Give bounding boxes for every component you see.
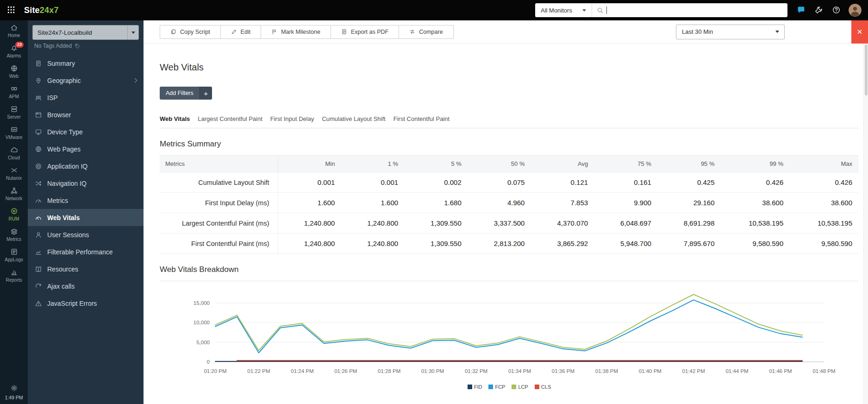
web-pages-icon	[35, 145, 42, 153]
sidebar-item-application-iq[interactable]: Application IQ	[28, 158, 144, 175]
sidebar-item-user-sessions[interactable]: User Sessions	[28, 226, 144, 243]
time-range-select[interactable]: Last 30 Min	[676, 25, 785, 39]
sidebar-item-label: Web Pages	[47, 145, 81, 153]
user-avatar[interactable]	[849, 4, 862, 17]
metric-value: 9,580.590	[721, 234, 790, 254]
apps-grid-button[interactable]	[6, 5, 17, 15]
help-button[interactable]	[832, 6, 841, 15]
sidebar-item-label: Geographic	[47, 77, 81, 84]
rail-item-network[interactable]: Network	[0, 183, 28, 204]
main-area: Copy ScriptEditMark MilestoneExport as P…	[144, 20, 868, 390]
rail-item-applogs[interactable]: AppLogs	[0, 245, 28, 265]
svg-text:10,000: 10,000	[194, 320, 210, 325]
svg-text:01:36 PM: 01:36 PM	[552, 368, 575, 374]
metric-value: 0.002	[405, 172, 468, 193]
legend-item-fid[interactable]: FID	[468, 384, 482, 390]
sidebar-item-navigation-iq[interactable]: Navigation IQ	[28, 175, 144, 192]
copy-script-button[interactable]: Copy Script	[160, 25, 221, 39]
legend-item-fcp[interactable]: FCP	[488, 384, 505, 390]
rail-item-alarms[interactable]: Alarms23	[0, 41, 28, 61]
tag-icon	[75, 43, 81, 49]
tab-cumulative-layout-shift[interactable]: Cumulative Layout Shift	[322, 115, 385, 122]
tools-button[interactable]	[814, 6, 824, 15]
metric-value: 1,240.800	[278, 213, 341, 234]
search-area	[592, 6, 787, 14]
button-label: Edit	[241, 29, 251, 35]
site24x7-logo[interactable]: Site24x7	[24, 6, 59, 15]
close-button[interactable]: ✕	[851, 20, 868, 44]
rail-item-server[interactable]: Server	[0, 102, 28, 122]
chevron-down-icon	[582, 9, 586, 12]
rail-item-cloud[interactable]: Cloud	[0, 143, 28, 163]
metric-value: 6,048.697	[594, 213, 658, 234]
page-content: Web Vitals Add Filters + Web VitalsLarge…	[144, 62, 868, 390]
edit-button[interactable]: Edit	[220, 25, 262, 39]
rail-item-rum[interactable]: RUM	[0, 204, 28, 224]
settings-button[interactable]	[10, 384, 18, 392]
sidebar-item-web-vitals[interactable]: Web Vitals	[28, 209, 144, 226]
settings-icon	[10, 384, 18, 392]
metric-value: 1.600	[341, 193, 405, 213]
metrics-summary-title: Metrics Summary	[160, 139, 859, 149]
column-header: 75 %	[594, 156, 658, 172]
support-chat-button[interactable]	[797, 6, 806, 15]
monitors-scope-dropdown[interactable]: All Monitors	[535, 3, 592, 17]
tab-largest-contentful-paint[interactable]: Largest Contentful Paint	[198, 115, 262, 122]
sidebar-item-browser[interactable]: Browser	[28, 106, 144, 123]
mark-milestone-button[interactable]: Mark Milestone	[261, 25, 331, 39]
rail-item-metrics[interactable]: Metrics	[0, 224, 28, 245]
monitor-selector[interactable]: Site24x7-Localbuild	[32, 25, 139, 40]
rail-item-vmware[interactable]: VMware	[0, 122, 28, 143]
topbar-icons	[797, 6, 841, 15]
rail-item-web[interactable]: Web	[0, 61, 28, 82]
web-vitals-icon	[35, 214, 42, 221]
sidebar-item-resources[interactable]: Resources	[28, 260, 144, 278]
sidebar-item-label: Application IQ	[47, 163, 87, 170]
search-icon	[597, 7, 604, 14]
svg-text:01:24 PM: 01:24 PM	[291, 368, 313, 374]
filterable-performance-icon	[35, 248, 42, 256]
scrollbar-thumb[interactable]	[865, 44, 868, 95]
compare-button[interactable]: Compare	[399, 25, 453, 39]
sidebar-item-summary[interactable]: Summary	[28, 55, 144, 72]
sidebar-item-isp[interactable]: ISP	[28, 89, 144, 106]
export-pdf-icon	[341, 29, 347, 35]
sidebar-item-web-pages[interactable]: Web Pages	[28, 140, 144, 158]
tab-web-vitals[interactable]: Web Vitals	[160, 115, 190, 122]
sidebar-item-filterable-performance[interactable]: Filterable Performance	[28, 243, 144, 260]
export-pdf-button[interactable]: Export as PDF	[331, 25, 399, 39]
legend-item-cls[interactable]: CLS	[535, 384, 551, 390]
legend-item-lcp[interactable]: LCP	[512, 384, 528, 390]
sidebar-item-label: Navigation IQ	[47, 180, 87, 187]
tab-first-contentful-paint[interactable]: First Contentful Paint	[393, 115, 450, 122]
rail-item-apm[interactable]: APM	[0, 82, 28, 102]
rail-item-reports[interactable]: Reports	[0, 265, 28, 285]
device-type-icon	[35, 128, 42, 136]
sidebar-item-device-type[interactable]: Device Type	[28, 123, 144, 140]
metrics-icon	[10, 227, 18, 235]
vertical-scrollbar[interactable]	[863, 44, 868, 404]
sidebar-item-geographic[interactable]: Geographic	[28, 72, 144, 89]
sidebar-item-ajax-calls[interactable]: Ajax calls	[28, 278, 144, 295]
tab-first-input-delay[interactable]: First Input Delay	[270, 115, 314, 122]
tools-icon	[814, 6, 823, 14]
rail-item-home[interactable]: Home	[0, 20, 28, 41]
search-input[interactable]	[610, 6, 783, 14]
button-label: Mark Milestone	[281, 29, 320, 35]
svg-text:01:30 PM: 01:30 PM	[421, 368, 444, 374]
add-filters-button[interactable]: Add Filters +	[160, 87, 212, 100]
help-icon	[832, 6, 841, 14]
monitor-name: Site24x7-Localbuild	[33, 29, 127, 36]
web-icon	[10, 64, 18, 72]
alarms-count-badge: 23	[15, 42, 24, 48]
legend-swatch	[512, 385, 516, 389]
metric-value: 0.075	[468, 172, 531, 193]
tags-row[interactable]: No Tags Added	[34, 43, 137, 49]
sidebar-item-metrics[interactable]: Metrics	[28, 192, 144, 209]
column-header: 5 %	[405, 156, 468, 172]
column-header: 95 %	[658, 156, 721, 172]
cloud-icon	[10, 146, 18, 154]
rail-item-nutanix[interactable]: Nutanix	[0, 163, 28, 183]
chevron-down-icon	[127, 25, 138, 39]
sidebar-item-javascript-errors[interactable]: JavaScript Errors	[28, 295, 144, 312]
